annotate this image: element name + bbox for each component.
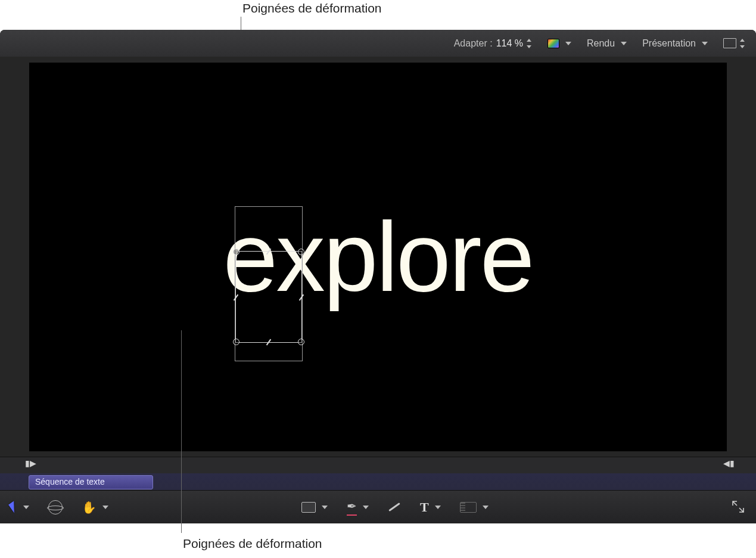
mini-timeline[interactable]: Séquence de texte [0, 473, 756, 491]
stepper-icon [740, 39, 745, 48]
color-channel-menu[interactable] [547, 39, 571, 48]
in-point-marker-icon[interactable]: ▮▶ [25, 458, 36, 468]
select-transform-tool[interactable] [11, 502, 29, 512]
handle-top-right[interactable] [298, 249, 304, 255]
shear-handle-top[interactable] [266, 249, 272, 255]
viewer-layout-menu[interactable] [723, 38, 745, 48]
canvas-tools-toolbar: ✋ ✒ T [0, 490, 756, 523]
pan-tool[interactable]: ✋ [82, 500, 108, 514]
shear-handle-bottom[interactable] [266, 339, 272, 346]
render-label: Rendu [587, 38, 615, 49]
callout-bottom: Poignées de déformation [183, 537, 322, 551]
timeline-ruler[interactable]: ▮▶ ◀▮ [0, 457, 756, 473]
glyph-adjust-box[interactable] [235, 251, 302, 343]
handle-bottom-right[interactable] [298, 339, 304, 345]
paint-stroke-tool[interactable] [388, 506, 401, 508]
presentation-menu[interactable]: Présentation [642, 38, 708, 49]
chevron-down-icon [483, 506, 489, 509]
shape-tool[interactable] [301, 502, 328, 513]
text-tool-icon: T [420, 500, 429, 515]
presentation-label: Présentation [642, 38, 696, 49]
chevron-down-icon [565, 42, 571, 45]
chevron-down-icon [702, 42, 708, 45]
zoom-value: 114 % [496, 38, 523, 49]
callout-top: Poignées de déformation [242, 1, 382, 16]
out-point-marker-icon[interactable]: ◀▮ [723, 458, 735, 468]
chevron-down-icon [322, 506, 328, 509]
zoom-label: Adapter : [454, 38, 493, 49]
expand-icon [731, 500, 745, 514]
stepper-icon [527, 39, 532, 48]
filmstrip-tool[interactable] [460, 502, 489, 513]
canvas-viewer-window: Adapter : 114 % Rendu Présentation [0, 30, 756, 523]
handle-bottom-left[interactable] [233, 339, 239, 345]
viewer-toolbar: Adapter : 114 % Rendu Présentation [0, 30, 756, 57]
expand-canvas-button[interactable] [731, 500, 745, 514]
chevron-down-icon [621, 42, 627, 45]
handle-top-left[interactable] [233, 249, 239, 255]
behavior-bar-text-sequence[interactable]: Séquence de texte [29, 475, 153, 489]
arrow-pointer-icon [8, 501, 20, 513]
chevron-down-icon [102, 506, 108, 509]
brush-icon [388, 503, 400, 512]
orbit-icon [48, 500, 63, 514]
chevron-down-icon [363, 506, 369, 509]
pen-mask-tool[interactable]: ✒ [347, 499, 369, 516]
hand-icon: ✋ [82, 500, 97, 514]
zoom-adapter-control[interactable]: Adapter : 114 % [454, 38, 532, 49]
rectangle-icon [301, 502, 316, 513]
shear-handle-left[interactable] [234, 294, 239, 301]
filmstrip-icon [460, 502, 477, 513]
chevron-down-icon [435, 506, 441, 509]
color-swatch-icon [547, 39, 559, 48]
canvas[interactable]: explore [29, 63, 727, 451]
rectangle-icon [723, 38, 736, 48]
text-tool[interactable]: T [420, 500, 441, 515]
chevron-down-icon [23, 506, 29, 509]
3d-transform-tool[interactable] [48, 500, 63, 514]
render-menu[interactable]: Rendu [587, 38, 627, 49]
pen-icon: ✒ [347, 499, 357, 516]
callout-bottom-leader [181, 330, 182, 533]
glyph-bounding-box[interactable] [235, 206, 303, 361]
canvas-area[interactable]: explore [0, 57, 756, 457]
